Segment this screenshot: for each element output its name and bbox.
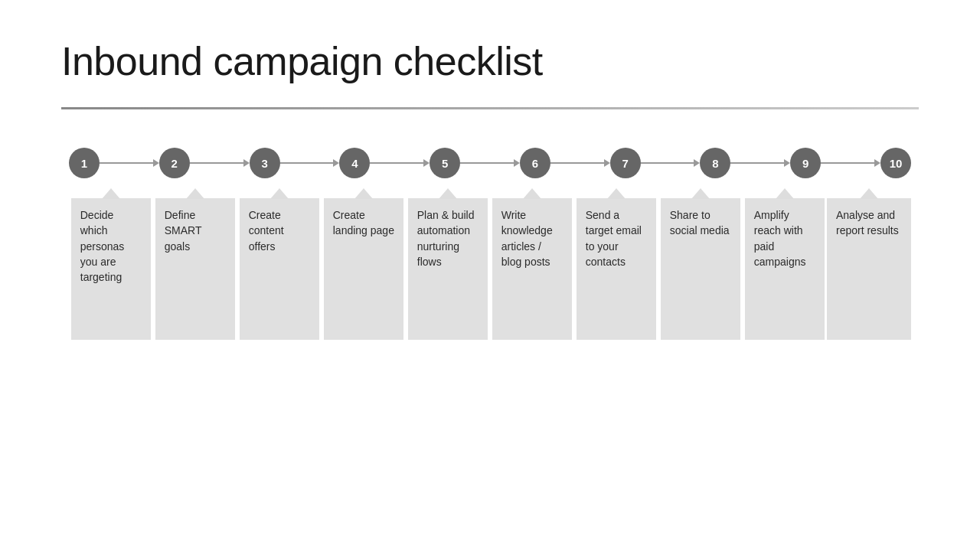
arrow-line-5 xyxy=(460,162,514,164)
card-box-5: Plan & build automation nurturing flows xyxy=(408,198,488,340)
card-box-3: Create content offers xyxy=(240,198,320,340)
step-node-wrapper-2: 2 xyxy=(159,148,250,178)
card-arrow-up-7 xyxy=(607,188,626,199)
step-node-wrapper-9: 9 xyxy=(790,148,880,178)
card-box-8: Share to social media xyxy=(661,198,741,340)
card-box-1: Decide which personas you are targeting xyxy=(71,198,152,340)
step-arrow-line-6 xyxy=(550,159,610,167)
card-box-6: Write knowledge articles / blog posts xyxy=(492,198,573,340)
step-circle-1: 1 xyxy=(69,148,100,178)
step-node-wrapper-5: 5 xyxy=(430,148,520,178)
arrow-head-7 xyxy=(694,159,700,167)
card-arrow-up-9 xyxy=(776,188,794,199)
step-arrow-line-1 xyxy=(100,159,159,167)
card-wrapper-7: Send a target email to your contacts xyxy=(574,187,658,340)
card-wrapper-6: Write knowledge articles / blog posts xyxy=(490,187,574,340)
arrow-head-8 xyxy=(784,159,790,167)
card-box-7: Send a target email to your contacts xyxy=(577,198,657,340)
card-box-9: Amplify reach with paid campaigns xyxy=(745,198,825,340)
card-box-10: Analyse and report results xyxy=(827,198,911,340)
arrow-head-2 xyxy=(243,159,250,167)
card-arrow-up-5 xyxy=(439,188,457,199)
arrow-line-6 xyxy=(550,162,604,164)
card-arrow-up-4 xyxy=(354,188,373,199)
card-wrapper-4: Create landing page xyxy=(322,187,406,340)
arrow-line-8 xyxy=(730,162,784,164)
step-circle-4: 4 xyxy=(339,148,370,178)
step-arrow-line-2 xyxy=(190,159,250,167)
step-node-wrapper-1: 1 xyxy=(69,148,159,178)
step-node-wrapper-8: 8 xyxy=(700,148,790,178)
arrow-head-4 xyxy=(423,159,430,167)
step-circle-9: 9 xyxy=(790,148,821,178)
card-arrow-up-2 xyxy=(186,188,204,199)
step-node-wrapper-7: 7 xyxy=(610,148,701,178)
step-arrow-line-3 xyxy=(280,159,340,167)
card-arrow-up-1 xyxy=(102,188,120,199)
timeline-section: 12345678910 Decide which personas you ar… xyxy=(61,148,919,340)
step-circle-2: 2 xyxy=(159,148,190,178)
step-arrow-line-8 xyxy=(730,159,790,167)
arrow-head-3 xyxy=(333,159,339,167)
page-container: Inbound campaign checklist 12345678910 D… xyxy=(0,0,980,551)
arrow-line-3 xyxy=(280,162,334,164)
arrow-line-1 xyxy=(100,162,153,164)
page-title: Inbound campaign checklist xyxy=(61,38,919,84)
arrow-line-9 xyxy=(821,162,874,164)
card-wrapper-8: Share to social media xyxy=(658,187,743,340)
card-wrapper-3: Create content offers xyxy=(237,187,322,340)
step-node-wrapper-4: 4 xyxy=(339,148,430,178)
card-box-4: Create landing page xyxy=(324,198,404,340)
card-box-2: Define SMART goals xyxy=(155,198,236,340)
arrow-head-6 xyxy=(604,159,610,167)
steps-row: 12345678910 xyxy=(61,148,919,178)
arrow-line-2 xyxy=(190,162,243,164)
card-wrapper-1: Decide which personas you are targeting xyxy=(69,187,153,340)
card-arrow-up-6 xyxy=(523,188,541,199)
step-arrow-line-9 xyxy=(821,159,880,167)
step-arrow-line-4 xyxy=(370,159,430,167)
arrow-head-5 xyxy=(514,159,520,167)
card-arrow-up-3 xyxy=(270,188,289,199)
step-circle-7: 7 xyxy=(610,148,641,178)
card-arrow-up-10 xyxy=(860,188,878,199)
arrow-head-9 xyxy=(874,159,880,167)
step-arrow-line-7 xyxy=(641,159,701,167)
step-arrow-line-5 xyxy=(460,159,520,167)
card-wrapper-9: Amplify reach with paid campaigns xyxy=(743,187,827,340)
step-node-wrapper-3: 3 xyxy=(250,148,340,178)
divider xyxy=(61,107,919,109)
card-arrow-up-8 xyxy=(691,188,710,199)
card-wrapper-5: Plan & build automation nurturing flows xyxy=(406,187,490,340)
arrow-line-4 xyxy=(370,162,423,164)
arrow-head-1 xyxy=(153,159,159,167)
step-circle-3: 3 xyxy=(250,148,280,178)
step-circle-8: 8 xyxy=(700,148,730,178)
card-wrapper-10: Analyse and report results xyxy=(827,187,911,340)
step-circle-10: 10 xyxy=(880,148,911,178)
arrow-line-7 xyxy=(641,162,694,164)
step-circle-5: 5 xyxy=(430,148,460,178)
step-circle-6: 6 xyxy=(520,148,550,178)
cards-row: Decide which personas you are targetingD… xyxy=(61,187,919,340)
card-wrapper-2: Define SMART goals xyxy=(153,187,237,340)
step-node-wrapper-6: 6 xyxy=(520,148,610,178)
step-node-wrapper-10: 10 xyxy=(880,148,911,178)
